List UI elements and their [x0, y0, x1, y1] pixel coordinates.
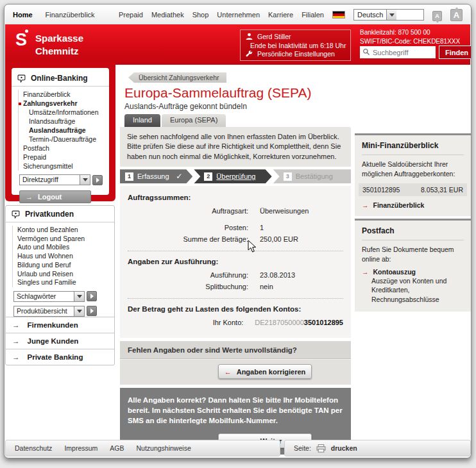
order-summary-section: Auftragssummen: Auftragsart: Überweisung… [120, 186, 351, 338]
section-arrow-icon: → [12, 353, 20, 361]
font-increase-button[interactable]: A [450, 9, 463, 21]
footer-agb[interactable]: AGB [110, 444, 124, 452]
nav-mediathek[interactable]: Mediathek [151, 11, 184, 19]
wrench-icon [246, 51, 253, 58]
summary-heading: Auftragssummen: [128, 194, 343, 201]
correction-band: Fehlen Angaben oder sind Werte unvollstä… [120, 341, 351, 385]
schlagwoerter-select[interactable]: Schlagwörter [13, 291, 85, 302]
confirm-text: Alle Angaben korrekt? Dann halten Sie bi… [128, 395, 343, 426]
step-label: Überprüfung [216, 172, 255, 180]
row-label: Ausführung: [128, 271, 248, 279]
utility-bar: Home Finanzüberblick Prepaid Mediathek S… [5, 5, 470, 24]
privatkunden-panel: Privatkunden Konto und Bezahlen Vermögen… [5, 205, 115, 365]
nav-filialen[interactable]: Filialen [302, 11, 324, 19]
sidebar-section-private-banking[interactable]: → Private Banking [6, 349, 114, 365]
schlagwoerter-go-button[interactable] [87, 291, 97, 301]
row-value: 250,00 EUR [260, 235, 298, 243]
search-submit-button[interactable]: Finden [439, 46, 472, 59]
logout-button[interactable]: → Logout [19, 190, 91, 203]
language-select[interactable]: Deutsch [353, 9, 424, 21]
sidebar-item-umsaetze[interactable]: Umsätze/Informationen [23, 108, 104, 117]
logout-label: Logout [38, 193, 62, 201]
produktuebersicht-go-button[interactable] [87, 306, 97, 316]
font-increase-label: A [454, 10, 459, 20]
nav-home[interactable]: Home [13, 11, 33, 19]
direktzugriff-select-arrow-icon[interactable] [80, 175, 90, 185]
row-label: Summe der Beträge: [128, 235, 248, 243]
step-label: Bestätigung [296, 172, 333, 180]
page-label: Seite: [294, 444, 311, 452]
account-heading: Der Betrag geht zu Lasten des folgenden … [128, 305, 343, 313]
kontoauszug-link[interactable]: Kontoauszug [373, 268, 416, 276]
footer-impressum[interactable]: Impressum [64, 444, 98, 452]
sidebar-item-haus-und-wohnen[interactable]: Haus und Wohnen [17, 252, 109, 261]
finanzueberblick-link[interactable]: Finanzüberblick [373, 201, 425, 209]
direktzugriff-go-button[interactable] [92, 175, 103, 185]
divider [128, 298, 343, 299]
dialog-icon [12, 210, 20, 219]
sidebar-item-konto-und-bezahlen[interactable]: Konto und Bezahlen [17, 226, 109, 235]
summary-row-auftragsart: Auftragsart: Überweisungen [128, 207, 343, 215]
sidebar-item-auto-und-mobiles[interactable]: Auto und Mobiles [17, 243, 109, 252]
step-number: 2 [204, 172, 212, 181]
nav-unternehmen[interactable]: Unternehmen [217, 11, 260, 19]
sidebar-item-bildung-und-beruf[interactable]: Bildung und Beruf [17, 261, 109, 270]
footer-nutzungshinweise[interactable]: Nutzungshinweise [137, 444, 191, 452]
schlagwoerter-select-arrow-icon[interactable] [74, 292, 84, 301]
footer-print-bar: Seite: drucken [284, 440, 471, 456]
summary-row-summe: Summe der Beträge: 250,00 EUR [128, 235, 343, 243]
section-arrow-icon: → [12, 337, 20, 345]
tab-inland[interactable]: Inland [124, 114, 160, 127]
produktuebersicht-select[interactable]: Produktübersicht [13, 306, 85, 317]
postfach-title: Postfach [362, 226, 464, 240]
sidebar-section-firmenkunden[interactable]: → Firmenkunden [6, 317, 114, 333]
step-ueberpruefung[interactable]: 2 Überprüfung [194, 169, 271, 183]
step-label: Erfassung [137, 172, 169, 180]
direktzugriff-select[interactable]: Direktzugriff [19, 174, 90, 185]
account-iban-prefix: DE2187050000 [255, 319, 303, 326]
sidebar-item-zahlungsverkehr[interactable]: Zahlungsverkehr [23, 99, 104, 108]
nav-shop[interactable]: Shop [192, 11, 209, 19]
sidebar-item-sicherungsmittel[interactable]: Sicherungsmittel [23, 162, 104, 171]
step-erfassung[interactable]: 1 Erfassung ✓ [120, 169, 192, 183]
mini-finanzueberblick-panel: Mini-Finanzüberblick Aktuelle Saldoübers… [355, 133, 471, 216]
row-label: Ihr Konto: [128, 319, 243, 326]
breadcrumb-back-button[interactable]: Übersicht Zahlungsverkehr [128, 72, 226, 83]
sidebar-item-singles-und-familie[interactable]: Singles und Familie [17, 278, 109, 287]
nav-prepaid[interactable]: Prepaid [119, 11, 143, 19]
sidebar-item-prepaid[interactable]: Prepaid [23, 153, 104, 162]
sidebar-item-vermoegen-und-sparen[interactable]: Vermögen und Sparen [17, 235, 109, 244]
produktuebersicht-select-arrow-icon[interactable] [74, 306, 84, 316]
sidebar-section-junge-kunden[interactable]: → Junge Kunden [6, 333, 114, 349]
angaben-korrigieren-label: Angaben korrigieren [237, 368, 306, 376]
tab-europa-sepa[interactable]: Europa (SEPA) [162, 114, 226, 127]
angaben-korrigieren-button[interactable]: ← Angaben korrigieren [218, 364, 312, 379]
search-icon [362, 48, 370, 56]
german-flag-icon [332, 11, 345, 19]
brand-line2: Chemnitz [35, 45, 83, 58]
account-balance-row[interactable]: 3501012895 8.053,31 EUR [359, 183, 467, 196]
language-select-arrow-icon[interactable] [386, 10, 396, 20]
sidebar-item-terminauftraege[interactable]: Termin-/Daueraufträge [23, 135, 104, 144]
postfach-description: Auszüge von Konten und Kreditkarten, Rec… [362, 276, 464, 305]
sidebar-item-finanzueberblick[interactable]: Finanzüberblick [23, 90, 104, 99]
summary-row-posten: Posten: 1 [128, 224, 343, 231]
online-banking-title: Online-Banking [31, 74, 88, 83]
footer-links-bar: Datenschutz Impressum AGB Nutzungshinwei… [5, 440, 280, 456]
account-number: 3501012895 [304, 319, 343, 326]
personal-settings-link[interactable]: Persönliche Einstellungen [257, 50, 335, 58]
sidebar-item-auslandsauftraege[interactable]: Auslandsaufträge [23, 126, 104, 135]
row-value: 1 [260, 224, 264, 231]
sidebar-item-inlandsauftraege[interactable]: Inlandsaufträge [23, 117, 104, 126]
brand-logo[interactable]: S Sparkasse Chemnitz [15, 30, 83, 57]
mini-finanz-text: Aktuelle Saldoübersicht Ihrer möglichen … [362, 160, 464, 178]
search-input[interactable] [360, 46, 436, 58]
print-link[interactable]: drucken [331, 444, 357, 452]
footer-datenschutz[interactable]: Datenschutz [15, 444, 52, 452]
sidebar-item-postfach[interactable]: Postfach [23, 144, 104, 153]
font-decrease-button[interactable]: A [432, 11, 442, 21]
nav-finanzueberblick[interactable]: Finanzüberblick [46, 11, 95, 19]
nav-karriere[interactable]: Karriere [268, 11, 293, 19]
execution-row-splitbuchung: Splitbuchung: nein [128, 283, 343, 290]
sidebar-item-urlaub-und-reisen[interactable]: Urlaub und Reisen [17, 270, 109, 279]
